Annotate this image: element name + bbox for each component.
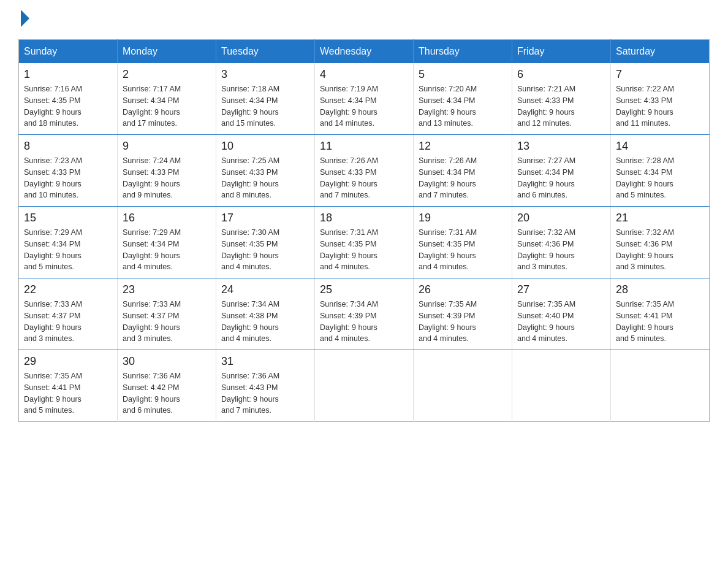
day-number: 1 [24,68,112,81]
calendar-cell [512,350,611,422]
day-info: Sunrise: 7:33 AMSunset: 4:37 PMDaylight:… [123,299,211,345]
day-number: 26 [419,283,507,296]
calendar-cell: 1Sunrise: 7:16 AMSunset: 4:35 PMDaylight… [19,63,118,135]
calendar-cell: 10Sunrise: 7:25 AMSunset: 4:33 PMDayligh… [216,135,315,207]
day-number: 14 [616,140,704,153]
day-number: 17 [221,212,309,224]
day-info: Sunrise: 7:34 AMSunset: 4:38 PMDaylight:… [221,299,309,345]
day-info: Sunrise: 7:27 AMSunset: 4:34 PMDaylight:… [517,155,605,201]
day-number: 12 [419,140,507,153]
day-info: Sunrise: 7:16 AMSunset: 4:35 PMDaylight:… [24,83,112,129]
calendar-cell: 8Sunrise: 7:23 AMSunset: 4:33 PMDaylight… [19,135,118,207]
day-info: Sunrise: 7:20 AMSunset: 4:34 PMDaylight:… [419,83,507,129]
day-number: 18 [320,212,408,224]
day-info: Sunrise: 7:23 AMSunset: 4:33 PMDaylight:… [24,155,112,201]
day-info: Sunrise: 7:35 AMSunset: 4:41 PMDaylight:… [616,299,704,345]
day-info: Sunrise: 7:31 AMSunset: 4:35 PMDaylight:… [419,227,507,273]
day-number: 21 [616,212,704,224]
day-number: 7 [616,68,704,81]
day-info: Sunrise: 7:34 AMSunset: 4:39 PMDaylight:… [320,299,408,345]
calendar-cell: 16Sunrise: 7:29 AMSunset: 4:34 PMDayligh… [118,207,216,278]
day-info: Sunrise: 7:32 AMSunset: 4:36 PMDaylight:… [616,227,704,273]
calendar-cell: 20Sunrise: 7:32 AMSunset: 4:36 PMDayligh… [512,207,611,278]
calendar-cell [315,350,414,422]
day-info: Sunrise: 7:22 AMSunset: 4:33 PMDaylight:… [616,83,704,129]
day-info: Sunrise: 7:35 AMSunset: 4:39 PMDaylight:… [419,299,507,345]
day-number: 28 [616,283,704,296]
day-number: 19 [419,212,507,224]
calendar-cell: 7Sunrise: 7:22 AMSunset: 4:33 PMDaylight… [611,63,710,135]
calendar-cell: 12Sunrise: 7:26 AMSunset: 4:34 PMDayligh… [414,135,512,207]
day-info: Sunrise: 7:25 AMSunset: 4:33 PMDaylight:… [221,155,309,201]
calendar-cell: 24Sunrise: 7:34 AMSunset: 4:38 PMDayligh… [216,278,315,350]
day-info: Sunrise: 7:26 AMSunset: 4:34 PMDaylight:… [419,155,507,201]
header-row: SundayMondayTuesdayWednesdayThursdayFrid… [19,40,710,64]
calendar-cell: 28Sunrise: 7:35 AMSunset: 4:41 PMDayligh… [611,278,710,350]
day-number: 24 [221,283,309,296]
day-number: 6 [517,68,605,81]
day-number: 10 [221,140,309,153]
day-info: Sunrise: 7:21 AMSunset: 4:33 PMDaylight:… [517,83,605,129]
calendar-cell: 2Sunrise: 7:17 AMSunset: 4:34 PMDaylight… [118,63,216,135]
calendar-cell: 11Sunrise: 7:26 AMSunset: 4:33 PMDayligh… [315,135,414,207]
day-info: Sunrise: 7:29 AMSunset: 4:34 PMDaylight:… [123,227,211,273]
calendar-cell: 27Sunrise: 7:35 AMSunset: 4:40 PMDayligh… [512,278,611,350]
calendar-cell [414,350,512,422]
calendar-cell: 13Sunrise: 7:27 AMSunset: 4:34 PMDayligh… [512,135,611,207]
day-info: Sunrise: 7:33 AMSunset: 4:37 PMDaylight:… [24,299,112,345]
week-row-1: 1Sunrise: 7:16 AMSunset: 4:35 PMDaylight… [19,63,710,135]
day-info: Sunrise: 7:36 AMSunset: 4:42 PMDaylight:… [123,370,211,416]
calendar-cell: 6Sunrise: 7:21 AMSunset: 4:33 PMDaylight… [512,63,611,135]
day-info: Sunrise: 7:32 AMSunset: 4:36 PMDaylight:… [517,227,605,273]
day-info: Sunrise: 7:18 AMSunset: 4:34 PMDaylight:… [221,83,309,129]
header-saturday: Saturday [611,40,710,64]
calendar-cell: 29Sunrise: 7:35 AMSunset: 4:41 PMDayligh… [19,350,118,422]
calendar-cell: 9Sunrise: 7:24 AMSunset: 4:33 PMDaylight… [118,135,216,207]
day-number: 16 [123,212,211,224]
header-thursday: Thursday [414,40,512,64]
calendar-cell: 22Sunrise: 7:33 AMSunset: 4:37 PMDayligh… [19,278,118,350]
header-tuesday: Tuesday [216,40,315,64]
day-info: Sunrise: 7:30 AMSunset: 4:35 PMDaylight:… [221,227,309,273]
calendar-table: SundayMondayTuesdayWednesdayThursdayFrid… [18,39,710,422]
logo-top [18,12,29,27]
day-number: 4 [320,68,408,81]
day-info: Sunrise: 7:35 AMSunset: 4:40 PMDaylight:… [517,299,605,345]
day-info: Sunrise: 7:36 AMSunset: 4:43 PMDaylight:… [221,370,309,416]
day-info: Sunrise: 7:26 AMSunset: 4:33 PMDaylight:… [320,155,408,201]
day-info: Sunrise: 7:17 AMSunset: 4:34 PMDaylight:… [123,83,211,129]
calendar-cell: 17Sunrise: 7:30 AMSunset: 4:35 PMDayligh… [216,207,315,278]
day-number: 8 [24,140,112,153]
day-info: Sunrise: 7:19 AMSunset: 4:34 PMDaylight:… [320,83,408,129]
day-number: 20 [517,212,605,224]
calendar-cell: 3Sunrise: 7:18 AMSunset: 4:34 PMDaylight… [216,63,315,135]
header-sunday: Sunday [19,40,118,64]
day-number: 23 [123,283,211,296]
day-info: Sunrise: 7:29 AMSunset: 4:34 PMDaylight:… [24,227,112,273]
calendar-cell: 31Sunrise: 7:36 AMSunset: 4:43 PMDayligh… [216,350,315,422]
day-number: 29 [24,355,112,368]
day-number: 31 [221,355,309,368]
week-row-5: 29Sunrise: 7:35 AMSunset: 4:41 PMDayligh… [19,350,710,422]
calendar-cell: 14Sunrise: 7:28 AMSunset: 4:34 PMDayligh… [611,135,710,207]
day-number: 22 [24,283,112,296]
logo [18,12,29,27]
day-info: Sunrise: 7:24 AMSunset: 4:33 PMDaylight:… [123,155,211,201]
calendar-cell: 25Sunrise: 7:34 AMSunset: 4:39 PMDayligh… [315,278,414,350]
page-header [18,12,710,27]
calendar-header: SundayMondayTuesdayWednesdayThursdayFrid… [19,40,710,64]
day-number: 25 [320,283,408,296]
calendar-cell [611,350,710,422]
header-friday: Friday [512,40,611,64]
header-monday: Monday [118,40,216,64]
calendar-body: 1Sunrise: 7:16 AMSunset: 4:35 PMDaylight… [19,63,710,422]
header-wednesday: Wednesday [315,40,414,64]
day-number: 30 [123,355,211,368]
calendar-cell: 19Sunrise: 7:31 AMSunset: 4:35 PMDayligh… [414,207,512,278]
day-number: 13 [517,140,605,153]
calendar-cell: 4Sunrise: 7:19 AMSunset: 4:34 PMDaylight… [315,63,414,135]
calendar-cell: 21Sunrise: 7:32 AMSunset: 4:36 PMDayligh… [611,207,710,278]
day-number: 3 [221,68,309,81]
calendar-cell: 26Sunrise: 7:35 AMSunset: 4:39 PMDayligh… [414,278,512,350]
week-row-4: 22Sunrise: 7:33 AMSunset: 4:37 PMDayligh… [19,278,710,350]
